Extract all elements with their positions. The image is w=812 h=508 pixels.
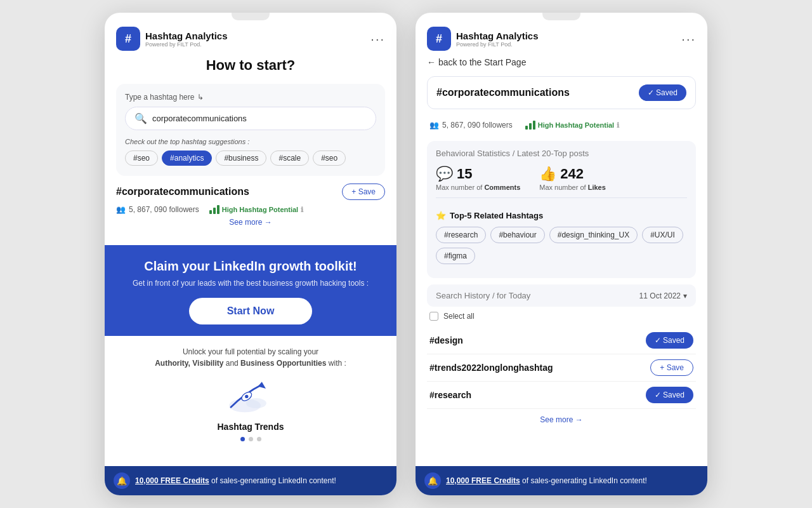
history-hashtag-trends: #trends2022longlonghashtag: [429, 363, 553, 373]
likes-label: Max number of Likes: [539, 184, 606, 191]
comment-icon: 💬: [436, 166, 453, 182]
trends-illustration: [225, 375, 276, 417]
right-free-credits-link[interactable]: 10,000 FREE Credits: [446, 476, 520, 485]
followers-count: 👥 5, 867, 090 followers: [116, 205, 199, 214]
history-save-design[interactable]: ✓ Saved: [646, 332, 693, 349]
history-item-trends: #trends2022longlonghashtag + Save: [427, 354, 696, 382]
behavioral-section: Behavioral Statistics / Latest 20-Top po…: [427, 141, 696, 278]
star-icon: ⭐: [436, 211, 446, 220]
followers-icon: 👥: [116, 205, 126, 214]
comments-stat: 💬 15 Max number of Comments: [436, 166, 520, 191]
left-phone-card: # Hashtag Analytics Powered by FILT Pod.…: [105, 13, 396, 495]
left-app-name: Hashtag Analytics: [145, 30, 228, 41]
right-followers-number: 5, 867, 090 followers: [442, 121, 513, 130]
behavioral-title: Behavioral Statistics / Latest 20-Top po…: [436, 149, 687, 158]
cta-title: Claim your LinkedIn growth toolkit!: [116, 259, 385, 274]
left-bottom-banner: 🔔 10,000 FREE Credits of sales-generatin…: [105, 466, 396, 495]
history-save-research[interactable]: ✓ Saved: [646, 387, 693, 403]
history-date[interactable]: 11 Oct 2022 ▾: [639, 291, 687, 300]
right-followers: 👥 5, 867, 090 followers: [429, 121, 513, 130]
bar-chart-icon: [209, 205, 219, 214]
history-title: Search History / for Today: [436, 291, 530, 300]
hashtag-chips: #seo #analytics #business #scale #seo: [125, 150, 376, 166]
followers-row: 👥 5, 867, 090 followers High Hashtag Pot…: [116, 205, 385, 214]
left-dots-menu[interactable]: ···: [370, 32, 385, 46]
comments-label: Max number of Comments: [436, 184, 520, 191]
left-logo-text: Hashtag Analytics Powered by FILT Pod.: [145, 30, 228, 48]
search-box[interactable]: 🔍: [125, 107, 376, 130]
stats-grid: 💬 15 Max number of Comments 👍 242 Max nu…: [436, 166, 687, 191]
right-banner-text: of sales-generating LinkedIn content!: [522, 476, 647, 485]
carousel-dots: [116, 437, 385, 441]
right-potential-text: High Hashtag Potential: [538, 121, 614, 129]
svg-marker-2: [258, 382, 266, 389]
right-followers-icon: 👥: [429, 121, 439, 130]
left-logo: # Hashtag Analytics Powered by FILT Pod.: [116, 27, 228, 51]
search-icon: 🔍: [134, 112, 147, 124]
followers-number: 5, 867, 090 followers: [129, 205, 199, 214]
related-chip-uxui[interactable]: #UX/UI: [642, 227, 683, 243]
result-header: #corporatecommunications ✓ Saved: [427, 76, 696, 109]
likes-stat: 👍 242 Max number of Likes: [539, 166, 606, 191]
right-content: ← back to the Start Page #corporatecommu…: [416, 57, 707, 466]
trends-desc: Unlock your full potential by scaling yo…: [116, 346, 385, 369]
chevron-down-icon: ▾: [683, 291, 687, 300]
free-credits-link[interactable]: 10,000 FREE Credits: [135, 476, 209, 485]
right-dots-menu[interactable]: ···: [681, 32, 696, 46]
related-chip-figma[interactable]: #figma: [436, 248, 475, 264]
related-chip-design-thinking[interactable]: #design_thinking_UX: [549, 227, 638, 243]
divider: [436, 197, 687, 198]
dot-1[interactable]: [240, 437, 245, 441]
history-hashtag-research: #research: [429, 390, 471, 400]
result-hashtag: #corporatecommunications: [436, 87, 570, 98]
history-item-design: #design ✓ Saved: [427, 327, 696, 354]
back-link[interactable]: ← back to the Start Page: [427, 57, 696, 67]
related-chips: #research #behaviour #design_thinking_UX…: [436, 227, 687, 264]
cta-section: Claim your LinkedIn growth toolkit! Get …: [105, 245, 396, 336]
save-button[interactable]: + Save: [342, 184, 385, 200]
related-chip-behaviour[interactable]: #behaviour: [490, 227, 544, 243]
trends-title: Hashtag Trends: [116, 422, 385, 432]
select-all-checkbox[interactable]: [429, 312, 438, 321]
input-section: Type a hashtag here ↳ 🔍 Check out the to…: [116, 84, 385, 176]
history-header: Search History / for Today 11 Oct 2022 ▾: [427, 284, 696, 307]
svg-point-4: [245, 395, 248, 398]
trends-bold2: Business Opportunities: [240, 359, 326, 368]
right-phone-card: # Hashtag Analytics Powered by FILT Pod.…: [416, 13, 707, 495]
left-header: # Hashtag Analytics Powered by FILT Pod.…: [105, 13, 396, 57]
dot-2[interactable]: [249, 437, 253, 441]
right-info-icon: ℹ: [617, 121, 619, 130]
likes-number: 👍 242: [539, 166, 606, 182]
right-bell-icon: 🔔: [424, 472, 441, 489]
right-bottom-banner: 🔔 10,000 FREE Credits of sales-generatin…: [416, 466, 707, 495]
right-logo-icon: #: [427, 27, 451, 51]
chip-seo2[interactable]: #seo: [313, 150, 346, 166]
history-save-trends[interactable]: + Save: [650, 359, 693, 376]
dot-3[interactable]: [257, 437, 261, 441]
right-app-name: Hashtag Analytics: [456, 30, 539, 41]
search-input[interactable]: [152, 114, 367, 123]
chip-analytics[interactable]: #analytics: [162, 150, 212, 166]
input-label: Type a hashtag here ↳: [125, 93, 376, 102]
right-header: # Hashtag Analytics Powered by FILT Pod.…: [416, 13, 707, 57]
comments-number: 💬 15: [436, 166, 520, 182]
suggestion-label: Check out the top hashtag suggestions :: [125, 138, 376, 145]
like-icon: 👍: [539, 166, 556, 182]
start-now-button[interactable]: Start Now: [189, 298, 313, 324]
chip-seo1[interactable]: #seo: [125, 150, 158, 166]
chip-business[interactable]: #business: [216, 150, 266, 166]
right-see-more-link[interactable]: See more →: [427, 415, 696, 424]
saved-button[interactable]: ✓ Saved: [639, 84, 686, 101]
hashtag-result-name: #corporatecommunications: [116, 186, 249, 197]
related-title: ⭐ Top-5 Related Hashtags: [436, 211, 687, 220]
right-powered-by: Powered by FILT Pod.: [456, 41, 539, 48]
info-icon: ℹ: [301, 206, 303, 214]
trends-section: Unlock your full potential by scaling yo…: [105, 336, 396, 466]
right-bar-chart-icon: [525, 121, 535, 130]
banner-text: of sales-generating LinkedIn content!: [211, 476, 336, 485]
chip-scale[interactable]: #scale: [270, 150, 309, 166]
related-chip-research[interactable]: #research: [436, 227, 486, 243]
related-section: ⭐ Top-5 Related Hashtags #research #beha…: [436, 204, 687, 271]
see-more-link[interactable]: See more →: [116, 218, 385, 227]
potential-badge: High Hashtag Potential ℹ: [209, 205, 303, 214]
